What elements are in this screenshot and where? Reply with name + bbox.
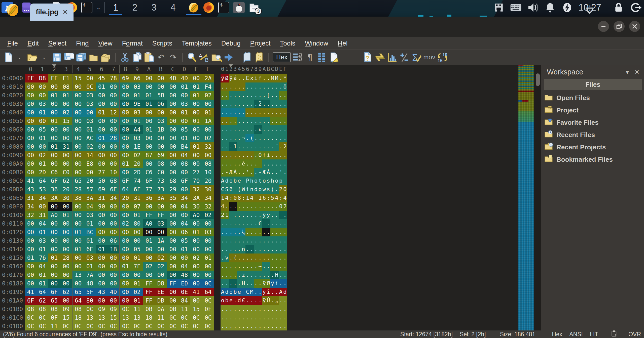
byte-cell[interactable]: C6 bbox=[143, 168, 155, 177]
ascii-cell[interactable]: . bbox=[221, 134, 225, 142]
ascii-cell[interactable]: . bbox=[225, 202, 229, 211]
ascii-cell[interactable]: . bbox=[241, 254, 246, 262]
byte-cell[interactable]: 3A bbox=[48, 194, 60, 202]
menu-debug[interactable]: Debug bbox=[217, 39, 245, 47]
byte-cell[interactable]: 00 bbox=[119, 125, 131, 134]
byte-cell[interactable]: 02 bbox=[37, 151, 48, 159]
byte-cell[interactable]: 01 bbox=[48, 117, 60, 125]
byte-cell[interactable]: 01 bbox=[25, 254, 37, 262]
compare-files-button[interactable]: ? bbox=[362, 51, 373, 63]
ascii-cell[interactable]: . bbox=[279, 271, 283, 279]
byte-cell[interactable]: 01 bbox=[190, 91, 202, 100]
ascii-cell[interactable]: 0 bbox=[233, 194, 237, 202]
ascii-cell[interactable]: . bbox=[245, 125, 250, 134]
byte-cell[interactable]: FF bbox=[143, 288, 155, 296]
open-file-button[interactable] bbox=[27, 51, 38, 63]
byte-cell[interactable]: 3A bbox=[155, 194, 167, 202]
byte-cell[interactable]: 73 bbox=[155, 185, 167, 194]
byte-cell[interactable]: 00 bbox=[96, 296, 108, 305]
byte-cell[interactable]: 00 bbox=[60, 236, 72, 245]
ascii-cell[interactable]: ÿ bbox=[266, 211, 271, 219]
ascii-cell[interactable]: . bbox=[266, 305, 271, 313]
ascii-cell[interactable]: . bbox=[233, 159, 237, 168]
byte-cell[interactable]: 0C bbox=[96, 322, 108, 330]
byte-cell[interactable]: 0C bbox=[167, 313, 178, 322]
byte-cell[interactable]: 00 bbox=[119, 91, 131, 100]
ascii-cell[interactable]: ~ bbox=[258, 262, 262, 271]
byte-cell[interactable]: 0C bbox=[178, 322, 190, 330]
ascii-cell[interactable]: d bbox=[225, 288, 229, 296]
ascii-cell[interactable]: . bbox=[241, 151, 246, 159]
ascii-cell[interactable]: . bbox=[221, 228, 225, 236]
ascii-cell[interactable]: . bbox=[237, 262, 241, 271]
byte-cell[interactable]: 00 bbox=[167, 296, 178, 305]
byte-cell[interactable]: 01 bbox=[178, 82, 190, 91]
ascii-cell[interactable]: . bbox=[279, 219, 283, 228]
byte-cell[interactable]: 15 bbox=[108, 313, 119, 322]
ascii-cell[interactable]: . bbox=[283, 296, 287, 305]
byte-cell[interactable]: 01 bbox=[119, 159, 131, 168]
ascii-cell[interactable]: o bbox=[221, 296, 225, 305]
ascii-cell[interactable]: . bbox=[250, 168, 254, 177]
byte-cell[interactable]: 13 bbox=[84, 313, 96, 322]
byte-cell[interactable]: 00 bbox=[178, 254, 190, 262]
ascii-cell[interactable]: e bbox=[237, 177, 241, 185]
byte-cell[interactable]: 00 bbox=[25, 91, 37, 100]
clipboard-icon[interactable] bbox=[611, 330, 617, 338]
ascii-cell[interactable]: . bbox=[254, 288, 258, 296]
ascii-cell[interactable]: î bbox=[266, 288, 271, 296]
ascii-cell[interactable]: e bbox=[229, 296, 233, 305]
byte-cell[interactable]: 11 bbox=[131, 305, 143, 313]
ascii-cell[interactable]: . bbox=[254, 211, 258, 219]
ascii-cell[interactable]: 4 bbox=[221, 202, 225, 211]
ascii-cell[interactable]: . bbox=[245, 151, 250, 159]
menu-select[interactable]: Select bbox=[44, 39, 71, 47]
byte-cell[interactable]: 00 bbox=[72, 262, 84, 271]
ascii-cell[interactable]: . bbox=[283, 117, 287, 125]
byte-cell[interactable]: 6E bbox=[108, 185, 119, 194]
byte-cell[interactable]: E1 bbox=[60, 74, 72, 82]
byte-cell[interactable]: 15 bbox=[72, 74, 84, 82]
ascii-cell[interactable]: b bbox=[233, 288, 237, 296]
ascii-cell[interactable]: n bbox=[241, 245, 246, 254]
ascii-cell[interactable]: . bbox=[270, 125, 275, 134]
ascii-cell[interactable]: . bbox=[233, 117, 237, 125]
ascii-cell[interactable]: . bbox=[245, 91, 250, 100]
ascii-cell[interactable]: . bbox=[254, 82, 258, 91]
ascii-cell[interactable]: ‡ bbox=[262, 151, 266, 159]
menu-templates[interactable]: Templates bbox=[177, 39, 217, 47]
byte-cell[interactable]: 27 bbox=[190, 168, 202, 177]
ascii-cell[interactable]: . bbox=[245, 228, 250, 236]
ascii-cell[interactable]: Ò bbox=[258, 151, 262, 159]
byte-cell[interactable]: 31 bbox=[131, 194, 143, 202]
byte-cell[interactable]: 00 bbox=[190, 74, 202, 82]
ascii-cell[interactable]: . bbox=[279, 74, 283, 82]
disassembly-button[interactable]: mov bbox=[423, 51, 435, 63]
ascii-cell[interactable]: . bbox=[275, 322, 279, 330]
workspace-item-favorite-files[interactable]: Favorite Files bbox=[541, 116, 644, 129]
byte-cell[interactable]: 18 bbox=[72, 313, 84, 322]
byte-cell[interactable]: 00 bbox=[119, 228, 131, 236]
ascii-cell[interactable]: . bbox=[233, 211, 237, 219]
ascii-cell[interactable]: . bbox=[254, 228, 258, 236]
ascii-cell[interactable]: . bbox=[279, 117, 283, 125]
byte-cell[interactable]: 15 bbox=[190, 305, 202, 313]
ascii-cell[interactable]: . bbox=[250, 82, 254, 91]
ascii-cell[interactable]: . bbox=[258, 202, 262, 211]
byte-cell[interactable]: 03 bbox=[37, 236, 48, 245]
ascii-cell[interactable]: . bbox=[254, 219, 258, 228]
byte-cell[interactable]: 00 bbox=[202, 245, 214, 254]
ascii-cell[interactable]: . bbox=[229, 142, 233, 151]
logout-icon[interactable] bbox=[630, 2, 641, 13]
ascii-cell[interactable]: . bbox=[229, 271, 233, 279]
ascii-cell[interactable]: . bbox=[262, 74, 266, 82]
ascii-cell[interactable]: . bbox=[254, 236, 258, 245]
byte-cell[interactable]: 00 bbox=[167, 211, 178, 219]
byte-cell[interactable]: 65 bbox=[72, 288, 84, 296]
ascii-cell[interactable]: . bbox=[266, 219, 271, 228]
ascii-cell[interactable]: ÿ bbox=[262, 288, 266, 296]
ascii-cell[interactable]: . bbox=[270, 236, 275, 245]
ascii-cell[interactable]: . bbox=[221, 100, 225, 108]
ascii-cell[interactable]: . bbox=[262, 202, 266, 211]
ascii-cell[interactable]: - bbox=[258, 168, 262, 177]
